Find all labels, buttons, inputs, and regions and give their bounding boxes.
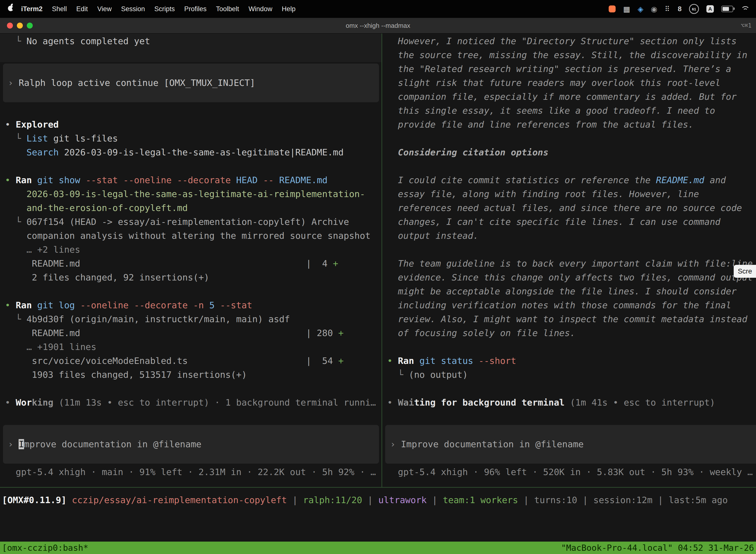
text-segment: Explored	[16, 119, 59, 129]
text-segment: (1m 41s • esc to interrupt)	[565, 397, 715, 407]
input-source-icon[interactable]: A	[706, 5, 714, 13]
menu-scripts[interactable]: Scripts	[149, 5, 180, 13]
text-segment: gpt-5.4 xhigh · main · 91% left · 2.31M …	[5, 467, 376, 477]
text-segment: --	[258, 175, 274, 185]
screen-recording-indicator[interactable]	[609, 5, 616, 12]
text-segment: git log	[37, 300, 75, 310]
text-segment: this single essay, it seems like a good …	[387, 106, 715, 116]
terminal-line: … +1901 lines	[0, 340, 381, 354]
terminal-line: Considering citation options	[382, 146, 756, 159]
screen-button[interactable]: Scre	[734, 265, 756, 278]
terminal-line: └ List git ls-files	[0, 131, 381, 146]
text-segment: Wor	[16, 397, 32, 407]
window-title-bar[interactable]: omx --xhigh --madmax ⌥⌘1	[0, 18, 756, 34]
text-segment: of focusing solely on file lines.	[387, 328, 575, 338]
dark-app-icon[interactable]: ◉	[651, 5, 657, 13]
right-terminal-pane[interactable]: However, I noticed the "Directory Struct…	[382, 33, 756, 487]
text-segment: ralph:11/20	[303, 495, 362, 505]
text-segment: cczip/essay/ai-reimplementation-copyleft	[72, 495, 287, 505]
spotlight-blue-icon[interactable]: ◈	[638, 5, 643, 13]
terminal-line: companion analysis without altering the …	[0, 229, 381, 243]
text-segment: slight risk that future readers may over…	[387, 78, 720, 88]
text-segment: provide file and line references from th…	[387, 119, 693, 129]
menu-iterm2[interactable]: iTerm2	[16, 5, 47, 13]
text-segment: List	[26, 133, 48, 144]
terminal-line	[382, 340, 756, 354]
terminal-line: • Explored	[0, 118, 381, 131]
menu-view[interactable]: View	[92, 5, 116, 13]
text-segment: ›	[390, 439, 401, 449]
prompt-line: › Ralph loop active continue [OMX_TMUX_I…	[3, 76, 255, 90]
menu-shell[interactable]: Shell	[47, 5, 72, 13]
grid-icon[interactable]: ▦	[623, 5, 630, 13]
text-segment: output instead.	[387, 231, 479, 241]
terminal-line	[382, 382, 756, 396]
text-segment: companion analysis without altering the …	[5, 231, 371, 241]
zoom-button[interactable]	[27, 22, 33, 29]
text-segment: [OMX#0.11.9]	[2, 495, 72, 505]
terminal-line: └ (no output)	[382, 368, 756, 382]
terminal-line: └ No agents completed yet	[0, 34, 381, 48]
tmux-host-time: "MacBook-Pro-44.local" 04:52 31-Mar-26	[561, 542, 754, 554]
text-segment: HEAD	[231, 175, 257, 185]
terminal-line: gpt-5.4 xhigh · 96% left · 520K in · 5.8…	[382, 465, 756, 479]
terminal-area: └ No agents completed yet › Ralph loop a…	[0, 33, 756, 542]
terminal-line: 2026-03-09-is-legal-the-same-as-legitima…	[0, 187, 381, 201]
text-segment: README.md	[274, 175, 328, 185]
text-segment: --oneline --decorate -n	[75, 300, 204, 310]
text-segment: |	[577, 495, 593, 505]
text-segment: |	[518, 495, 534, 505]
text-segment: including verification notes with those …	[387, 300, 731, 310]
menu-session[interactable]: Session	[116, 5, 149, 13]
horizontal-divider	[0, 487, 756, 488]
terminal-line: gpt-5.4 xhigh · main · 91% left · 2.31M …	[0, 465, 381, 479]
text-segment: └	[5, 36, 26, 46]
close-button[interactable]	[7, 22, 13, 29]
text-segment: Wai	[398, 397, 414, 407]
text-segment: └	[387, 370, 409, 380]
menu-profiles[interactable]: Profiles	[180, 5, 211, 13]
text-segment: I	[19, 439, 24, 449]
text-segment	[32, 300, 37, 310]
dots-grid-icon[interactable]: ⠿	[665, 5, 671, 13]
apple-icon[interactable]	[8, 6, 13, 11]
command-input[interactable]: › Improve documentation in @filename	[385, 425, 756, 464]
terminal-line: output instead.	[382, 229, 756, 243]
battery-icon[interactable]	[721, 6, 733, 12]
text-segment: Improve documentation in @filename	[401, 439, 584, 449]
text-segment: Search	[26, 147, 59, 157]
menu-window[interactable]: Window	[244, 5, 277, 13]
menu-toolbelt[interactable]: Toolbelt	[211, 5, 244, 13]
minimize-button[interactable]	[17, 22, 23, 29]
text-segment: last:5m ago	[669, 495, 728, 505]
text-segment: •	[387, 356, 398, 366]
terminal-line	[0, 382, 381, 396]
terminal-line: the source tree, missing the essay. Stil…	[382, 48, 756, 62]
text-segment: Ran	[16, 175, 32, 185]
terminal-line: └ 067f154 (HEAD -> essay/ai-reimplementa…	[0, 215, 381, 229]
text-segment: |	[427, 495, 443, 505]
text-segment: The team guideline is to back every impo…	[387, 258, 753, 269]
terminal-line: essay file, along with finding root file…	[382, 187, 756, 201]
text-segment: git status	[420, 356, 473, 366]
stats-icon[interactable]: 8	[678, 5, 682, 13]
terminal-line: 1903 files changed, 513517 insertions(+)	[0, 368, 381, 382]
text-segment: evidence. Since this change only affects…	[387, 272, 753, 282]
terminal-line: provide file and line references from th…	[382, 118, 756, 131]
text-segment: +	[333, 258, 338, 269]
text-segment: •	[5, 119, 16, 129]
terminal-line	[382, 243, 756, 257]
menu-edit[interactable]: Edit	[72, 5, 93, 13]
left-terminal-pane[interactable]: └ No agents completed yet › Ralph loop a…	[0, 33, 381, 487]
text-segment: ultrawork	[378, 495, 427, 505]
text-segment: team:1 workers	[443, 495, 518, 505]
terminal-line: README.md | 4 +	[0, 257, 381, 271]
text-segment: --stat --oneline --decorate	[80, 175, 231, 185]
gauge-icon[interactable]: 61	[689, 4, 699, 14]
menu-help[interactable]: Help	[277, 5, 300, 13]
wifi-icon[interactable]	[741, 6, 750, 12]
terminal-line	[0, 48, 381, 62]
omx-status-line: [OMX#0.11.9] cczip/essay/ai-reimplementa…	[2, 493, 728, 507]
command-input[interactable]: › Improve documentation in @filename	[3, 425, 379, 464]
text-segment: companion file, especially if more comme…	[387, 92, 737, 102]
